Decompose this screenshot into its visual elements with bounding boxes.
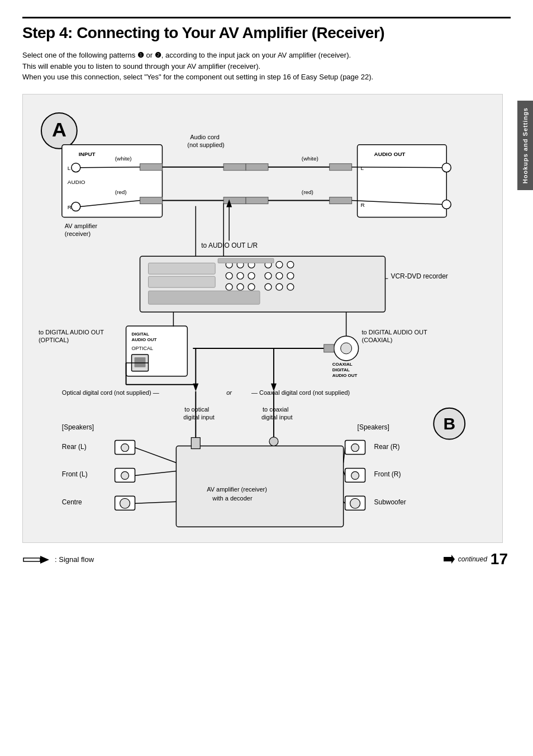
- svg-text:Centre: Centre: [62, 498, 82, 506]
- svg-text:[Speakers]: [Speakers]: [62, 423, 94, 431]
- svg-text:with a decoder: with a decoder: [212, 495, 253, 502]
- svg-rect-44: [148, 263, 215, 274]
- svg-text:(COAXIAL): (COAXIAL): [362, 336, 393, 343]
- svg-text:(red): (red): [302, 188, 313, 195]
- svg-point-17: [442, 200, 451, 209]
- svg-text:OPTICAL: OPTICAL: [132, 345, 153, 351]
- top-border: [22, 17, 511, 18]
- diagram-area: A INPUT L AUDIO R AV amplifier (receiver…: [22, 94, 503, 543]
- svg-point-51: [248, 272, 255, 279]
- svg-rect-24: [140, 163, 163, 170]
- svg-text:(white): (white): [115, 155, 132, 161]
- svg-text:(OPTICAL): (OPTICAL): [39, 336, 69, 343]
- svg-point-125: [351, 471, 359, 479]
- svg-point-75: [341, 342, 352, 353]
- svg-rect-25: [223, 163, 246, 170]
- svg-point-108: [121, 443, 129, 451]
- sidebar-label: Hookups and Settings: [517, 101, 533, 190]
- svg-point-63: [287, 284, 294, 290]
- footer: continued 17: [444, 550, 508, 568]
- svg-rect-84: [324, 344, 334, 352]
- svg-text:L: L: [68, 164, 71, 171]
- svg-line-38: [352, 167, 442, 167]
- svg-point-52: [226, 284, 232, 290]
- svg-text:digital input: digital input: [183, 413, 215, 420]
- svg-text:— Coaxial digital cord (not su: — Coaxial digital cord (not supplied): [251, 389, 350, 395]
- svg-text:digital input: digital input: [261, 413, 293, 420]
- svg-text:Subwoofer: Subwoofer: [374, 498, 406, 506]
- svg-point-9: [72, 202, 80, 211]
- svg-text:(receiver): (receiver): [65, 230, 91, 237]
- svg-text:AUDIO OUT: AUDIO OUT: [332, 372, 358, 377]
- svg-text:Front (R): Front (R): [374, 470, 401, 478]
- svg-rect-30: [140, 197, 163, 204]
- svg-point-116: [120, 498, 130, 508]
- svg-text:Front (L): Front (L): [62, 470, 88, 478]
- signal-flow-label: : Signal flow: [55, 555, 94, 564]
- svg-point-129: [350, 498, 360, 508]
- svg-rect-64: [218, 258, 274, 263]
- svg-point-53: [237, 284, 244, 290]
- svg-point-62: [276, 284, 283, 290]
- svg-text:COAXIAL: COAXIAL: [332, 361, 353, 366]
- signal-flow: : Signal flow: [22, 554, 511, 565]
- svg-text:to coaxial: to coaxial: [263, 405, 288, 412]
- svg-text:to optical: to optical: [184, 405, 209, 412]
- svg-rect-65: [148, 291, 260, 304]
- intro-line1: Select one of the following patterns ❶ o…: [22, 51, 351, 59]
- svg-point-121: [351, 443, 359, 451]
- svg-marker-140: [444, 555, 455, 564]
- svg-point-112: [121, 471, 129, 479]
- svg-point-15: [442, 163, 451, 172]
- svg-text:DIGITAL: DIGITAL: [132, 331, 149, 336]
- svg-text:AUDIO OUT: AUDIO OUT: [374, 150, 406, 157]
- svg-text:Audio cord: Audio cord: [190, 133, 219, 140]
- main-svg: A INPUT L AUDIO R AV amplifier (receiver…: [28, 100, 497, 535]
- svg-text:L: L: [361, 164, 364, 171]
- svg-point-6: [72, 163, 80, 172]
- svg-text:to DIGITAL AUDIO OUT: to DIGITAL AUDIO OUT: [362, 328, 427, 335]
- svg-point-60: [287, 272, 294, 279]
- svg-marker-139: [40, 556, 49, 564]
- svg-text:AUDIO OUT: AUDIO OUT: [132, 337, 157, 342]
- page-title: Step 4: Connecting to Your AV Amplifier …: [22, 24, 511, 42]
- svg-text:Rear (L): Rear (L): [62, 442, 87, 450]
- svg-rect-31: [223, 197, 246, 204]
- svg-text:(red): (red): [115, 188, 127, 195]
- svg-rect-34: [330, 197, 352, 204]
- svg-text:AUDIO: AUDIO: [68, 178, 85, 185]
- page-container: Step 4: Connecting to Your AV Amplifier …: [0, 0, 533, 582]
- svg-point-56: [276, 261, 283, 268]
- intro-text: Select one of the following patterns ❶ o…: [22, 50, 480, 83]
- svg-text:AV amplifier (receiver): AV amplifier (receiver): [207, 486, 267, 493]
- svg-text:VCR-DVD recorder: VCR-DVD recorder: [391, 272, 448, 280]
- svg-point-103: [269, 437, 278, 446]
- intro-line3: When you use this connection, select "Ye…: [22, 73, 373, 81]
- svg-text:to DIGITAL AUDIO OUT: to DIGITAL AUDIO OUT: [39, 328, 104, 335]
- svg-rect-28: [330, 163, 352, 170]
- svg-text:DIGITAL: DIGITAL: [332, 367, 350, 372]
- svg-text:Optical digital cord (not supp: Optical digital cord (not supplied) —: [62, 389, 159, 395]
- svg-rect-73: [135, 357, 146, 367]
- signal-flow-icon: [22, 554, 50, 565]
- svg-text:or: or: [226, 389, 232, 395]
- svg-point-58: [265, 272, 272, 279]
- svg-point-61: [265, 284, 272, 290]
- continued-label: continued: [458, 555, 487, 563]
- svg-text:INPUT: INPUT: [79, 150, 96, 157]
- svg-rect-101: [191, 437, 200, 448]
- svg-point-57: [287, 261, 294, 268]
- svg-text:(white): (white): [302, 155, 318, 161]
- svg-text:to AUDIO OUT L/R: to AUDIO OUT L/R: [201, 242, 258, 249]
- svg-text:R: R: [68, 204, 72, 210]
- svg-point-49: [226, 272, 232, 279]
- svg-text:B: B: [443, 414, 455, 432]
- svg-text:(not supplied): (not supplied): [187, 141, 224, 148]
- continued-arrow-icon: [444, 555, 455, 564]
- svg-point-54: [248, 284, 255, 290]
- svg-rect-33: [246, 197, 268, 204]
- svg-line-36: [80, 167, 140, 167]
- svg-text:[Speakers]: [Speakers]: [358, 423, 389, 431]
- page-number: 17: [491, 550, 508, 568]
- svg-rect-27: [246, 163, 268, 170]
